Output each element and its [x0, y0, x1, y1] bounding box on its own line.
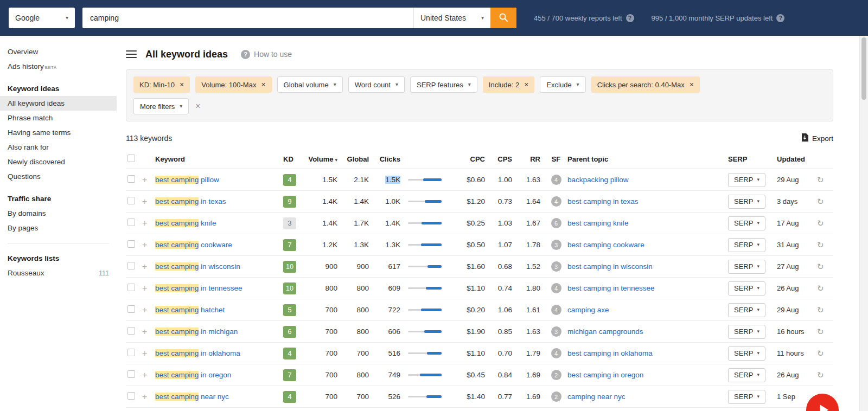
page-scrollbar[interactable]	[859, 36, 868, 411]
col-volume[interactable]: Volume▾	[307, 155, 342, 163]
parent-topic-link[interactable]: michigan campgrounds	[567, 327, 643, 336]
sidebar-item-also-rank-for[interactable]: Also rank for	[0, 140, 117, 155]
add-to-list-icon[interactable]: +	[142, 197, 147, 206]
add-to-list-icon[interactable]: +	[142, 392, 147, 401]
serp-button[interactable]: SERP▾	[728, 238, 765, 252]
col-cps[interactable]: CPS	[489, 155, 516, 163]
add-to-list-icon[interactable]: +	[142, 219, 147, 228]
keyword-link[interactable]: best camping in oregon	[155, 371, 231, 379]
keyword-link[interactable]: best camping pillow	[155, 176, 219, 184]
parent-topic-link[interactable]: best camping in wisconsin	[567, 262, 653, 271]
info-icon[interactable]: ?	[626, 14, 634, 22]
sidebar-item-rousseaux[interactable]: Rousseaux 111	[0, 266, 117, 280]
refresh-icon[interactable]: ↻	[817, 349, 824, 358]
serp-button[interactable]: SERP▾	[728, 303, 765, 317]
filter-chip-word-count[interactable]: Word count ▾	[348, 76, 405, 93]
row-checkbox[interactable]	[127, 240, 135, 248]
row-checkbox[interactable]	[127, 219, 135, 226]
add-to-list-icon[interactable]: +	[142, 370, 147, 380]
keyword-link[interactable]: best camping in texas	[155, 197, 226, 206]
col-clicks[interactable]: Clicks	[373, 155, 405, 163]
row-checkbox[interactable]	[127, 392, 135, 400]
filter-chip-serp-features[interactable]: SERP features ▾	[410, 76, 477, 93]
col-sf[interactable]: SF	[545, 155, 567, 163]
serp-button[interactable]: SERP▾	[728, 195, 765, 209]
search-button[interactable]	[490, 8, 516, 28]
remove-filter-icon[interactable]: ×	[690, 81, 694, 88]
filter-chip-global-volume[interactable]: Global volume ▾	[277, 76, 343, 93]
remove-filter-icon[interactable]: ×	[261, 81, 265, 88]
col-global[interactable]: Global	[342, 155, 373, 163]
add-to-list-icon[interactable]: +	[142, 349, 147, 358]
refresh-icon[interactable]: ↻	[817, 175, 824, 184]
add-to-list-icon[interactable]: +	[142, 284, 147, 293]
parent-topic-link[interactable]: camping near nyc	[567, 393, 626, 401]
col-rr[interactable]: RR	[516, 155, 545, 163]
serp-button[interactable]: SERP▾	[728, 173, 765, 187]
filter-chip-clicks-per-search-0-40-max[interactable]: Clicks per search: 0.40-Max ×	[591, 76, 700, 93]
serp-button[interactable]: SERP▾	[728, 368, 765, 382]
row-checkbox[interactable]	[127, 349, 135, 356]
parent-topic-link[interactable]: best camping cookware	[567, 241, 644, 249]
serp-button[interactable]: SERP▾	[728, 325, 765, 339]
info-icon[interactable]: ?	[776, 14, 784, 22]
parent-topic-link[interactable]: best camping in oregon	[567, 371, 643, 379]
filter-chip-exclude[interactable]: Exclude ▾	[540, 76, 585, 93]
row-checkbox[interactable]	[127, 327, 135, 335]
keyword-link[interactable]: best camping in oklahoma	[155, 349, 240, 357]
col-keyword[interactable]: Keyword	[155, 155, 283, 163]
serp-button[interactable]: SERP▾	[728, 260, 765, 274]
col-serp[interactable]: SERP	[728, 155, 777, 163]
sidebar-item-newly-discovered[interactable]: Newly discovered	[0, 155, 117, 169]
serp-button[interactable]: SERP▾	[728, 390, 765, 404]
col-cpc[interactable]: CPC	[452, 155, 489, 163]
keyword-link[interactable]: best camping cookware	[155, 241, 232, 249]
refresh-icon[interactable]: ↻	[817, 284, 824, 293]
col-updated[interactable]: Updated	[777, 155, 817, 163]
parent-topic-link[interactable]: backpacking pillow	[567, 176, 629, 184]
serp-button[interactable]: SERP▾	[728, 281, 765, 296]
sidebar-item-by-pages[interactable]: By pages	[0, 221, 117, 235]
sidebar-item-by-domains[interactable]: By domains	[0, 206, 117, 221]
sidebar-item-all-keyword-ideas[interactable]: All keyword ideas	[0, 96, 117, 111]
refresh-icon[interactable]: ↻	[817, 327, 824, 336]
select-all-checkbox[interactable]	[127, 155, 135, 162]
refresh-icon[interactable]: ↻	[817, 262, 824, 271]
refresh-icon[interactable]: ↻	[817, 197, 824, 206]
serp-button[interactable]: SERP▾	[728, 216, 765, 230]
parent-topic-link[interactable]: best camping knife	[567, 219, 629, 227]
keyword-link[interactable]: best camping knife	[155, 219, 216, 227]
row-checkbox[interactable]	[127, 370, 135, 378]
col-parent-topic[interactable]: Parent topic	[567, 155, 728, 163]
export-button[interactable]: Export	[801, 133, 833, 143]
keyword-link[interactable]: best camping near nyc	[155, 393, 229, 401]
add-to-list-icon[interactable]: +	[142, 240, 147, 249]
filter-chip-kd-min-10[interactable]: KD: Min-10 ×	[133, 76, 190, 93]
row-checkbox[interactable]	[127, 197, 135, 204]
sidebar-item-questions[interactable]: Questions	[0, 169, 117, 184]
sidebar-item-overview[interactable]: Overview	[0, 44, 117, 59]
serp-button[interactable]: SERP▾	[728, 346, 765, 361]
col-kd[interactable]: KD	[283, 155, 307, 163]
row-checkbox[interactable]	[127, 284, 135, 291]
sidebar-item-phrase-match[interactable]: Phrase match	[0, 111, 117, 125]
how-to-use-link[interactable]: ? How to use	[241, 50, 292, 59]
filter-chip-more-filters[interactable]: More filters ▾	[133, 98, 189, 114]
row-checkbox[interactable]	[127, 262, 135, 269]
remove-filter-icon[interactable]: ×	[180, 81, 184, 88]
parent-topic-link[interactable]: best camping in texas	[567, 197, 639, 206]
clear-filters-icon[interactable]: ×	[195, 101, 200, 111]
keyword-link[interactable]: best camping hatchet	[155, 306, 225, 314]
keyword-link[interactable]: best camping in wisconsin	[155, 262, 240, 271]
parent-topic-link[interactable]: best camping in tennessee	[567, 284, 655, 292]
sidebar-item-ads-history[interactable]: Ads historyBETA	[0, 59, 117, 74]
country-select[interactable]: United States ▾	[413, 8, 490, 28]
filter-chip-volume-100-max[interactable]: Volume: 100-Max ×	[195, 76, 271, 93]
keyword-search-input[interactable]	[82, 8, 413, 28]
filter-chip-include-2[interactable]: Include: 2 ×	[483, 76, 535, 93]
add-to-list-icon[interactable]: +	[142, 327, 147, 336]
remove-filter-icon[interactable]: ×	[524, 81, 528, 88]
refresh-icon[interactable]: ↻	[817, 240, 824, 249]
row-checkbox[interactable]	[127, 175, 135, 183]
refresh-icon[interactable]: ↻	[817, 305, 824, 314]
